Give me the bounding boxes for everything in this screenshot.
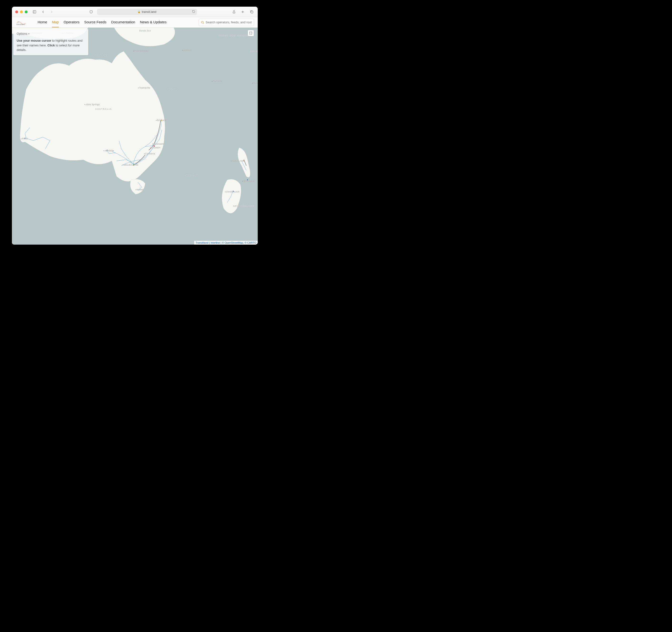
map-label-city: Canberra	[144, 152, 155, 155]
map-label-city: SYDNEY	[150, 147, 161, 149]
map-label-sea: Arafura Sea	[95, 54, 108, 56]
fullscreen-button[interactable]	[248, 30, 254, 36]
maximize-window-button[interactable]	[25, 10, 28, 13]
map-label-country: AUSTRALIA	[95, 108, 112, 110]
map-label-city: AUCKLAND	[231, 160, 245, 162]
svg-point-5	[18, 22, 19, 22]
map-label-city: Perth	[21, 138, 28, 140]
map[interactable]: AUSTRALIAPAPUA NEW GUINEASOLOMON ISLANDS…	[12, 28, 258, 245]
map-label-country: PAPUA NEW GUINEA	[219, 34, 248, 37]
options-label: Options	[17, 32, 27, 35]
back-button[interactable]	[41, 9, 46, 15]
map-label-city: Alice Springs	[85, 103, 100, 106]
svg-point-8	[201, 21, 203, 23]
app-navbar: transitland Home Map Operators Source Fe…	[12, 17, 258, 28]
map-label-sea: Banda Sea	[139, 29, 151, 32]
map-label-city: Brisbane	[156, 119, 167, 121]
hint-bold-2: Click	[47, 44, 55, 47]
map-label-city: Wellington	[242, 180, 255, 182]
search-icon	[201, 21, 204, 24]
map-label-city: Honiara	[182, 49, 192, 51]
main-nav: Home Map Operators Source Feeds Document…	[38, 17, 167, 27]
attr-transitland[interactable]: Transitland	[196, 241, 209, 244]
map-label-sea: Coral Sea	[167, 88, 177, 91]
map-landmasses	[12, 28, 258, 245]
map-label-city: Newcastle	[152, 143, 164, 145]
url-bar[interactable]: 🔒 transit.land	[97, 9, 197, 15]
svg-rect-4	[251, 11, 253, 13]
close-window-button[interactable]	[15, 10, 18, 13]
privacy-shield-icon[interactable]	[89, 9, 94, 15]
map-label-city: Christchurch	[225, 191, 240, 193]
attr-interline[interactable]: Interline	[211, 241, 220, 244]
svg-line-9	[203, 23, 204, 24]
map-label-country: SOLOMON ISLANDS	[250, 50, 258, 53]
nav-documentation[interactable]: Documentation	[111, 17, 135, 27]
map-attribution: Transitland | Interline | © OpenStreetMa…	[194, 241, 258, 245]
tabs-overview-icon[interactable]	[249, 9, 255, 15]
nav-source-feeds[interactable]: Source Feeds	[84, 17, 106, 27]
chevron-down-icon: ▾	[28, 32, 29, 35]
options-panel: Options ▾ Use your mouse cursor to highl…	[13, 29, 88, 55]
minimize-window-button[interactable]	[20, 10, 23, 13]
map-label-sea: Tasman Sea	[185, 174, 197, 176]
forward-button[interactable]	[49, 9, 54, 15]
traffic-lights	[15, 10, 28, 13]
sidebar-toggle-icon[interactable]	[32, 9, 37, 15]
search-input[interactable]	[206, 21, 252, 24]
lock-icon: 🔒	[138, 10, 140, 13]
hint-bold-1: Use your mouse cursor	[17, 39, 51, 42]
new-tab-icon[interactable]	[240, 9, 245, 15]
attr-osm[interactable]: OpenStreetMap	[225, 241, 243, 244]
nav-operators[interactable]: Operators	[64, 17, 79, 27]
map-label-city: MELBOURNE	[123, 164, 139, 166]
map-label-city: Port Vila	[212, 80, 222, 82]
svg-text:transitland: transitland	[17, 23, 25, 25]
titlebar: 🔒 transit.land	[12, 7, 258, 17]
map-label-city: Townsville	[138, 87, 150, 89]
reload-icon[interactable]	[192, 10, 195, 14]
options-hint: Use your mouse cursor to highlight route…	[17, 38, 85, 52]
nav-map[interactable]: Map	[52, 17, 59, 27]
attr-carto[interactable]: CARTO	[247, 241, 256, 244]
transitland-logo[interactable]: transitland	[16, 19, 33, 26]
share-icon[interactable]	[231, 9, 236, 15]
svg-rect-0	[33, 10, 36, 13]
options-toggle[interactable]: Options ▾	[17, 32, 85, 35]
browser-window: 🔒 transit.land trans	[12, 7, 258, 245]
fullscreen-icon	[249, 31, 253, 35]
map-label-country: NEW ZEALAND	[233, 205, 255, 207]
url-text: transit.land	[142, 10, 157, 14]
map-label-city: Port Moresby	[133, 50, 149, 52]
nav-home[interactable]: Home	[38, 17, 47, 27]
search-box[interactable]	[199, 19, 254, 26]
map-label-city: Suva	[252, 82, 258, 84]
map-label-city: Hobart	[136, 189, 144, 191]
map-label-city: Adelaide	[103, 149, 114, 152]
nav-news-updates[interactable]: News & Updates	[140, 17, 167, 27]
